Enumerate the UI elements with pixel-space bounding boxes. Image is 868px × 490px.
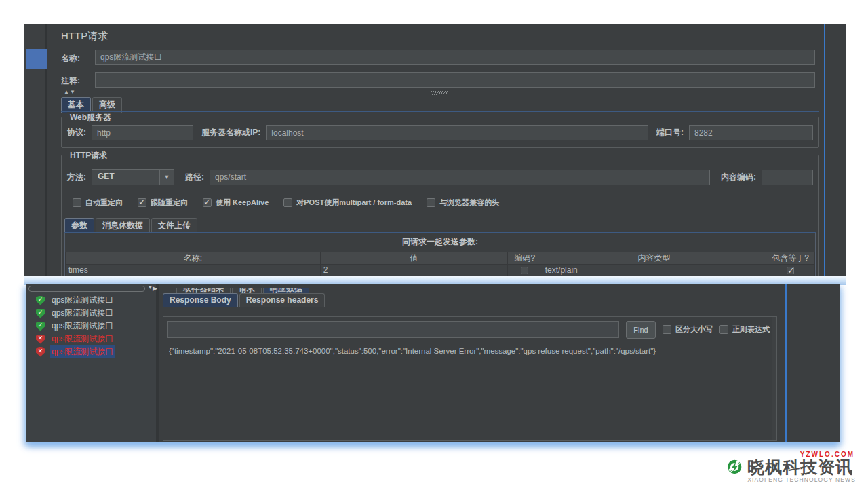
shield-x-icon	[36, 347, 45, 357]
http-request-group: HTTP请求 方法: GET ▼ 路径: 内容编码: 自动重定向 跟随重定向	[61, 155, 819, 277]
tree-item-label: qps限流测试接口	[50, 345, 115, 358]
checkbox-label: 跟随重定向	[151, 197, 188, 208]
comment-input[interactable]	[95, 72, 815, 88]
tree-item-sample-4[interactable]: qps限流测试接口	[26, 333, 156, 345]
tree-item-sample-2[interactable]: qps限流测试接口	[26, 307, 156, 320]
method-label: 方法:	[67, 172, 86, 183]
results-tree: ▼ qps限流测试接口 qps限流测试接口 qps限流测试接口 qps限流测试接…	[26, 284, 159, 442]
checkbox-icon[interactable]	[663, 325, 671, 334]
parameters-pane: 同请求一起发送参数: 名称: 值 编码? 内容类型 包含等于? times 2 …	[64, 232, 816, 278]
table-row[interactable]: times 2 text/plain	[66, 265, 815, 276]
params-table: 名称: 值 编码? 内容类型 包含等于? times 2 text/plain	[65, 252, 815, 276]
tree-item-sample-3[interactable]: qps限流测试接口	[26, 320, 156, 333]
tab-files-upload[interactable]: 文件上传	[151, 218, 197, 233]
port-input[interactable]	[689, 125, 813, 140]
server-label: 服务器名称或IP:	[201, 127, 260, 138]
cell-param-value[interactable]: 2	[320, 265, 507, 276]
protocol-input[interactable]	[92, 125, 193, 140]
http-request-group-title: HTTP请求	[67, 150, 110, 162]
tree-scrollbar[interactable]	[28, 286, 145, 292]
page-title: HTTP请求	[61, 30, 108, 43]
tab-response-body[interactable]: Response Body	[163, 293, 238, 307]
checkbox-icon[interactable]	[138, 198, 146, 207]
web-server-group-title: Web服务器	[67, 112, 114, 124]
response-scrollbar[interactable]	[772, 317, 776, 440]
path-input[interactable]	[210, 170, 710, 185]
shield-check-icon	[36, 309, 45, 318]
logo-title: 晓枫科技资讯	[747, 458, 856, 476]
tree-item-label: qps限流测试接口	[50, 294, 115, 307]
checkbox-icon[interactable]	[427, 198, 435, 207]
response-viewer: 取样器结果 请求 响应数据 Response BodyResponse head…	[161, 284, 785, 442]
checkbox-label: 对POST使用multipart / form-data	[296, 197, 412, 208]
chevron-down-icon[interactable]: ▼	[159, 170, 174, 185]
find-input[interactable]	[167, 321, 619, 338]
comment-label: 注释:	[61, 75, 80, 87]
tree-item-label: qps限流测试接口	[50, 320, 115, 333]
checkbox-icon[interactable]	[283, 198, 292, 207]
checkbox-label: 与浏览器兼容的头	[439, 197, 499, 208]
lightning-circle-icon	[727, 449, 742, 485]
name-label: 名称:	[61, 53, 80, 64]
checkbox-icon[interactable]	[719, 325, 728, 334]
focus-border-line	[824, 24, 825, 277]
col-header-include-equals[interactable]: 包含等于?	[766, 252, 815, 265]
tabpane-focus-line	[61, 111, 819, 112]
params-table-title: 同请求一起发送参数:	[65, 233, 815, 248]
checkbox-icon[interactable]	[203, 198, 212, 207]
cell-content-type[interactable]: text/plain	[542, 265, 766, 276]
path-label: 路径:	[185, 172, 204, 183]
checkbox-icon[interactable]	[73, 198, 81, 207]
splitter-grip-icon[interactable]	[431, 91, 448, 95]
checkbox-follow-auto-redirect[interactable]: 自动重定向	[73, 197, 123, 208]
tab-body-data[interactable]: 消息体数据	[96, 218, 150, 233]
tree-item-sample-1[interactable]: qps限流测试接口	[26, 294, 156, 307]
response-body-text[interactable]: {"timestamp":"2021-05-08T05:52:35.743+00…	[169, 347, 767, 355]
gutter-selection-block[interactable]	[26, 49, 47, 69]
col-header-value[interactable]: 值	[320, 252, 507, 265]
chevron-down-icon[interactable]: ▼	[148, 285, 153, 290]
checkbox-label: 自动重定向	[85, 197, 123, 208]
col-header-content-type[interactable]: 内容类型	[542, 252, 766, 265]
regex-checkbox[interactable]: 正则表达式	[719, 324, 770, 335]
checkbox-browser-compatible-headers[interactable]: 与浏览器兼容的头	[427, 197, 499, 208]
tree-item-label: qps限流测试接口	[50, 333, 115, 345]
tree-item-sample-5[interactable]: qps限流测试接口	[26, 345, 156, 358]
shield-x-icon	[36, 335, 45, 344]
method-select[interactable]: GET ▼	[92, 169, 174, 185]
server-input[interactable]	[266, 125, 648, 140]
checkbox-keepalive[interactable]: 使用 KeepAlive	[203, 197, 269, 208]
shield-check-icon	[36, 296, 45, 305]
results-tree-panel: ▼ qps限流测试接口 qps限流测试接口 qps限流测试接口 qps限流测试接…	[26, 284, 840, 442]
checkbox-label: 正则表达式	[732, 324, 770, 335]
response-body-pane: Find 区分大小写 正则表达式 {"timestamp":"2021-05-0…	[163, 316, 777, 441]
protocol-label: 协议:	[67, 127, 86, 138]
checkbox-multipart[interactable]: 对POST使用multipart / form-data	[283, 197, 412, 208]
web-server-group: Web服务器 协议: 服务器名称或IP: 端口号:	[61, 117, 819, 148]
col-header-name[interactable]: 名称:	[66, 252, 321, 265]
http-request-editor-panel: HTTP请求 名称: 注释: ▲▼ 基本高级 Web服务器 协议: 服务器名称或…	[24, 24, 846, 277]
tree-item-label: qps限流测试接口	[50, 307, 115, 320]
tab-response-headers[interactable]: Response headers	[239, 293, 326, 307]
logo-subtitle: XIAOFENG TECHNOLOGY NEWS	[747, 476, 856, 483]
tab-parameters[interactable]: 参数	[64, 218, 94, 233]
encode-checkbox[interactable]	[521, 267, 528, 274]
encoding-input[interactable]	[762, 170, 813, 185]
include-equals-checkbox[interactable]	[787, 267, 794, 274]
find-button[interactable]: Find	[626, 321, 656, 339]
divider-expand-icon[interactable]: ▶	[153, 285, 157, 292]
checkbox-follow-redirect[interactable]: 跟随重定向	[138, 197, 188, 208]
splitter-collapse-icons[interactable]: ▲▼	[64, 89, 76, 95]
col-header-encode[interactable]: 编码?	[507, 252, 542, 265]
method-value: GET	[92, 170, 159, 185]
checkbox-label: 区分大小写	[675, 324, 713, 335]
port-label: 端口号:	[656, 127, 684, 138]
checkbox-label: 使用 KeepAlive	[216, 197, 269, 208]
cell-param-name[interactable]: times	[66, 265, 321, 276]
case-sensitive-checkbox[interactable]: 区分大小写	[663, 324, 713, 335]
shield-check-icon	[36, 322, 45, 331]
name-input[interactable]	[95, 50, 815, 65]
focus-border-line	[785, 284, 787, 442]
site-logo: YZWLO.COM 晓枫科技资讯 XIAOFENG TECHNOLOGY NEW…	[727, 446, 856, 488]
encoding-label: 内容编码:	[721, 172, 756, 183]
